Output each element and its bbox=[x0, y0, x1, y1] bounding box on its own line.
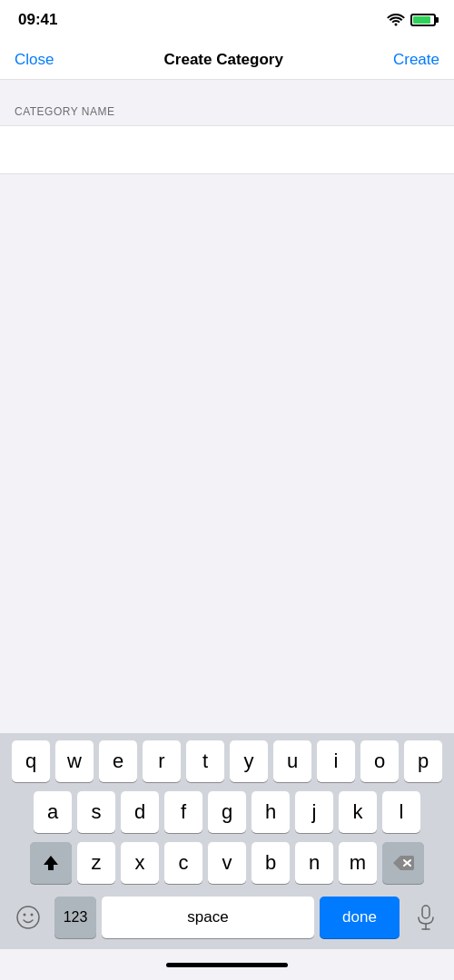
create-button[interactable]: Create bbox=[393, 51, 439, 69]
key-s[interactable]: s bbox=[77, 791, 115, 833]
keyboard-row-3: z x c v b n m bbox=[4, 842, 450, 884]
home-bar bbox=[166, 963, 288, 967]
key-b[interactable]: b bbox=[252, 842, 290, 884]
keyboard-row-1: q w e r t y u i o p bbox=[4, 740, 450, 782]
key-a[interactable]: a bbox=[34, 791, 72, 833]
mic-icon bbox=[416, 905, 436, 930]
status-time: 09:41 bbox=[18, 11, 57, 29]
delete-key[interactable] bbox=[382, 842, 424, 884]
key-h[interactable]: h bbox=[252, 791, 290, 833]
key-r[interactable]: r bbox=[143, 740, 181, 782]
key-d[interactable]: d bbox=[121, 791, 159, 833]
key-e[interactable]: e bbox=[99, 740, 137, 782]
keyboard-bottom-row: 123 space done bbox=[4, 893, 450, 946]
keyboard-row-2: a s d f g h j k l bbox=[4, 791, 450, 833]
svg-rect-5 bbox=[422, 906, 429, 918]
home-indicator bbox=[0, 949, 454, 980]
key-p[interactable]: p bbox=[404, 740, 442, 782]
key-i[interactable]: i bbox=[317, 740, 355, 782]
mic-key[interactable] bbox=[405, 897, 447, 938]
key-c[interactable]: c bbox=[164, 842, 202, 884]
shift-key[interactable] bbox=[30, 842, 72, 884]
content-area bbox=[0, 174, 454, 733]
key-k[interactable]: k bbox=[339, 791, 377, 833]
key-y[interactable]: y bbox=[230, 740, 268, 782]
status-bar: 09:41 bbox=[0, 0, 454, 40]
key-n[interactable]: n bbox=[295, 842, 333, 884]
emoji-key[interactable] bbox=[7, 897, 49, 938]
key-m[interactable]: m bbox=[339, 842, 377, 884]
battery-icon bbox=[410, 14, 436, 26]
category-name-input[interactable] bbox=[15, 137, 439, 162]
wifi-icon bbox=[387, 14, 405, 26]
key-z[interactable]: z bbox=[77, 842, 115, 884]
key-g[interactable]: g bbox=[208, 791, 246, 833]
emoji-icon bbox=[15, 905, 41, 930]
done-key[interactable]: done bbox=[320, 897, 400, 938]
section-label: CATEGORY NAME bbox=[0, 105, 454, 125]
key-f[interactable]: f bbox=[164, 791, 202, 833]
svg-point-3 bbox=[24, 914, 26, 916]
key-l[interactable]: l bbox=[382, 791, 420, 833]
key-v[interactable]: v bbox=[208, 842, 246, 884]
key-j[interactable]: j bbox=[295, 791, 333, 833]
key-t[interactable]: t bbox=[186, 740, 224, 782]
shift-icon bbox=[41, 853, 61, 873]
key-u[interactable]: u bbox=[273, 740, 311, 782]
svg-point-4 bbox=[31, 914, 34, 916]
svg-point-2 bbox=[17, 906, 39, 928]
key-o[interactable]: o bbox=[360, 740, 399, 782]
nav-bar: Close Create Category Create bbox=[0, 40, 454, 80]
battery-fill bbox=[413, 16, 430, 24]
space-key[interactable]: space bbox=[102, 897, 314, 938]
key-w[interactable]: w bbox=[55, 740, 94, 782]
delete-icon bbox=[392, 855, 414, 871]
status-icons bbox=[387, 14, 436, 26]
input-row bbox=[0, 125, 454, 174]
close-button[interactable]: Close bbox=[15, 51, 54, 69]
key-x[interactable]: x bbox=[121, 842, 159, 884]
key-q[interactable]: q bbox=[12, 740, 50, 782]
numbers-key[interactable]: 123 bbox=[54, 897, 96, 938]
keyboard: q w e r t y u i o p a s d f g h j k l z … bbox=[0, 733, 454, 949]
nav-title: Create Category bbox=[164, 51, 283, 69]
form-section: CATEGORY NAME bbox=[0, 80, 454, 174]
